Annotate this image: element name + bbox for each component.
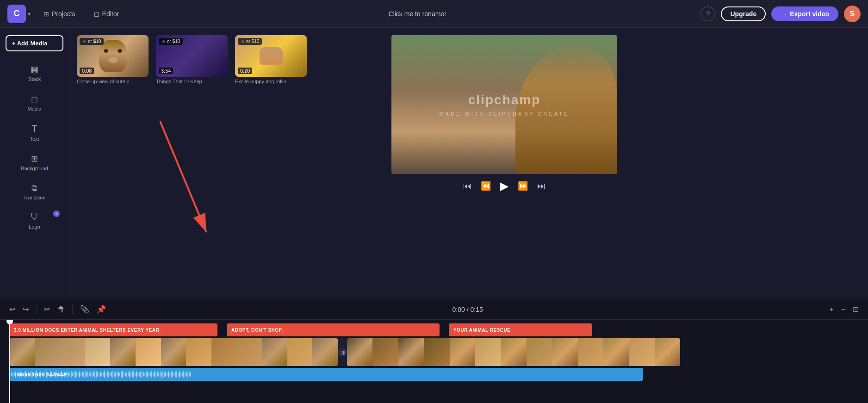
clip3-badge-text: or $10 <box>246 39 259 44</box>
redo-button[interactable]: ↪ <box>21 303 31 316</box>
zoom-fit-button[interactable]: ⊡ <box>851 303 861 316</box>
clip3-label: Excite puppy dog rollin... <box>235 79 307 84</box>
clip1-thumbnail[interactable]: ★ or $10 0:08 <box>77 35 149 77</box>
clip2-badge: ★ or $10 <box>159 38 183 45</box>
video-preview-panel: clipchamp MADE WITH CLIPCHAMP CREATE ⏮ ⏪… <box>384 28 625 299</box>
export-arrow-icon: → <box>781 10 787 18</box>
media-item-clip1[interactable]: ★ or $10 0:08 Close up view of cute p... <box>77 35 149 84</box>
frame-7 <box>161 338 186 366</box>
sidebar-item-text[interactable]: T Text <box>4 118 65 147</box>
audio-clip-1[interactable]: // Generate waveform bars inline const c… <box>9 368 643 381</box>
text-clip-3-label: YOUR ANIMAL RESCUE <box>453 328 510 333</box>
clip-divider-1: ◨ <box>338 338 347 366</box>
play-button[interactable]: ▶ <box>500 180 508 192</box>
sidebar-item-transition[interactable]: ⧉ Transition <box>4 178 65 206</box>
zoom-in-button[interactable]: + <box>827 304 835 316</box>
sidebar-item-stock[interactable]: ▦ Stock <box>4 59 65 87</box>
add-media-button[interactable]: + Add Media <box>6 35 63 51</box>
watermark: clipchamp MADE WITH CLIPCHAMP CREATE <box>440 93 570 117</box>
clip1-badge: ★ or $10 <box>80 38 104 45</box>
playhead[interactable] <box>9 320 10 403</box>
frame-f1 <box>347 338 372 366</box>
text-clip-2[interactable]: ADOPT, DON'T SHOP. <box>227 323 440 336</box>
stock-icon: ▦ <box>31 64 38 74</box>
zoom-out-button[interactable]: − <box>839 304 847 316</box>
video-clip-1-frames <box>9 338 338 366</box>
undo-button[interactable]: ↩ <box>7 303 17 316</box>
clip3-badge: ★ or $10 <box>238 38 262 45</box>
frame-f8 <box>527 338 552 366</box>
frame-3 <box>60 338 85 366</box>
clip3-thumbnail[interactable]: ★ or $10 0:20 <box>235 35 307 77</box>
cut-button[interactable]: ✂ <box>42 303 52 316</box>
toolbar-separator-1 <box>36 305 37 314</box>
text-clip-2-label: ADOPT, DON'T SHOP. <box>231 328 283 333</box>
text-clip-1-label: 3.9 MILLION DOGS ENTER ANIMAL SHELTERS E… <box>14 328 161 333</box>
watermark-sub: MADE WITH CLIPCHAMP CREATE <box>440 111 570 117</box>
media-icon: ◻ <box>31 94 38 104</box>
topnav: C ▾ ⊞ Projects ◻ Editor Click me to rena… <box>0 0 868 28</box>
nav-projects[interactable]: ⊞ Projects <box>40 7 79 20</box>
projects-icon: ⊞ <box>43 10 49 18</box>
video-clip-1[interactable] <box>9 338 338 366</box>
video-track: ◨ <box>0 338 868 366</box>
timeline-time-display: 0:00 / 0:15 <box>112 306 824 313</box>
timeline-toolbar: ↩ ↪ ✂ 🗑 📎 📌 0:00 / 0:15 + − ⊡ <box>0 299 868 320</box>
arrow-indicator <box>123 112 377 262</box>
text-icon: T <box>31 124 37 134</box>
media-panel: ★ or $10 0:08 Close up view of cute p... <box>69 28 384 299</box>
fast-forward-button[interactable]: ⏩ <box>518 181 528 191</box>
clip1-duration: 0:08 <box>80 68 94 74</box>
main-area: + Add Media ▦ Stock ◻ Media T Text ⊞ Bac… <box>0 28 868 299</box>
clip2-duration: 3:54 <box>159 68 173 74</box>
sidebar-transition-label: Transition <box>24 195 46 200</box>
clip2-label: Things That I'll Keep <box>156 79 228 84</box>
upgrade-button[interactable]: Upgrade <box>721 6 766 21</box>
frame-f6 <box>475 338 501 366</box>
help-button[interactable]: ? <box>701 6 715 21</box>
media-grid: ★ or $10 0:08 Close up view of cute p... <box>77 35 377 84</box>
attach-button[interactable]: 📎 <box>78 303 91 316</box>
delete-button[interactable]: 🗑 <box>56 304 67 316</box>
avatar[interactable]: S <box>844 6 861 22</box>
text-track: 3.9 MILLION DOGS ENTER ANIMAL SHELTERS E… <box>0 323 868 336</box>
transition-icon: ⧉ <box>31 183 37 193</box>
project-title[interactable]: Click me to rename! <box>134 10 701 18</box>
nav-editor[interactable]: ◻ Editor <box>90 7 123 20</box>
frame-f5 <box>450 338 475 366</box>
sidebar-item-background[interactable]: ⊞ Background <box>4 148 65 177</box>
frame-f13 <box>655 338 680 366</box>
frame-f12 <box>629 338 654 366</box>
text-clip-gap-2 <box>441 323 449 336</box>
export-button[interactable]: → Export video <box>771 6 838 21</box>
frame-f10 <box>578 338 603 366</box>
text-clip-3[interactable]: YOUR ANIMAL RESCUE <box>449 323 592 336</box>
skip-to-end-button[interactable]: ⏭ <box>537 181 546 191</box>
video-clip-2[interactable] <box>347 338 680 366</box>
rewind-button[interactable]: ⏪ <box>481 181 491 191</box>
editor-label: Editor <box>102 10 119 18</box>
sidebar-media-label: Media <box>28 106 42 112</box>
frame-9 <box>211 338 237 366</box>
skip-to-start-button[interactable]: ⏮ <box>463 181 471 191</box>
logo-button[interactable]: C <box>7 5 26 23</box>
sidebar-item-logo[interactable]: ⛉ Logo ★ <box>4 207 65 235</box>
frame-10 <box>236 338 262 366</box>
media-item-clip3[interactable]: ★ or $10 0:20 Excite puppy dog rollin... <box>235 35 307 84</box>
badge-star-icon2: ★ <box>161 39 166 44</box>
unattach-button[interactable]: 📌 <box>95 303 108 316</box>
toolbar-separator-2 <box>72 305 73 314</box>
frame-13 <box>312 338 338 366</box>
sidebar-item-media[interactable]: ◻ Media <box>4 88 65 117</box>
projects-label: Projects <box>52 10 75 18</box>
sidebar-background-label: Background <box>21 166 48 171</box>
media-item-clip2[interactable]: ★ or $10 3:54 Things That I'll Keep <box>156 35 228 84</box>
frame-f2 <box>372 338 398 366</box>
frame-5 <box>110 338 136 366</box>
nav-right-section: ? Upgrade → Export video S <box>701 6 861 22</box>
sidebar: + Add Media ▦ Stock ◻ Media T Text ⊞ Bac… <box>0 28 69 299</box>
clip2-thumbnail[interactable]: ★ or $10 3:54 <box>156 35 228 77</box>
logo-chevron[interactable]: ▾ <box>28 11 31 17</box>
timeline-tracks: 3.9 MILLION DOGS ENTER ANIMAL SHELTERS E… <box>0 320 868 403</box>
text-clip-1[interactable]: 3.9 MILLION DOGS ENTER ANIMAL SHELTERS E… <box>9 323 217 336</box>
